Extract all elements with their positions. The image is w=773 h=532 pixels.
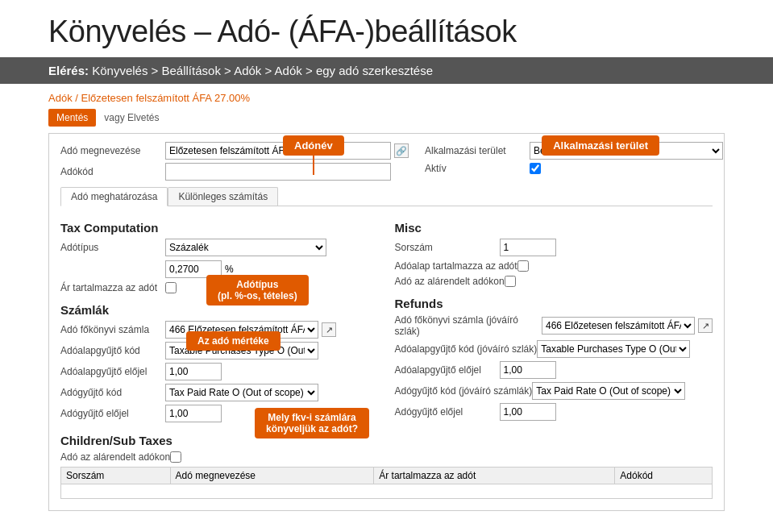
alkalmazasi-terulet-select[interactable]: Beszerzés — [530, 142, 723, 160]
adoalapgyujto-elojel-label: Adóalapgyűjtő előjel — [60, 366, 165, 377]
adoalapgyujto-elojel-input[interactable] — [165, 363, 222, 380]
refunds-adogyujto-elojel-label: Adógyűjtő előjel — [395, 406, 500, 418]
ado-megnevezes-input[interactable] — [165, 142, 391, 160]
sorszam-input[interactable] — [500, 239, 556, 256]
adokod-input[interactable] — [165, 163, 391, 181]
tab-ado-meghatározása[interactable]: Adó meghatározása — [60, 187, 168, 206]
adoalrendelt-checkbox[interactable] — [170, 451, 181, 463]
children-empty-row — [61, 484, 713, 499]
adomertek-unit: % — [225, 264, 234, 275]
adomertek-input[interactable] — [165, 260, 222, 278]
refunds-adogyujto-elojel-input[interactable] — [500, 403, 556, 421]
adoalap-alrendelt-checkbox[interactable] — [505, 276, 516, 287]
alkalmazasi-terulet-label: Alkalmazási terület — [425, 145, 530, 156]
children-title: Children/Sub Taxes — [60, 434, 713, 447]
adogyujto-elojel-input[interactable] — [165, 405, 222, 422]
save-button[interactable]: Mentés — [48, 109, 96, 127]
breadcrumb-bar: Elérés: Könyvelés > Beállítások > Adók >… — [0, 57, 773, 84]
adotipus-select[interactable]: Százalék Tételes — [165, 239, 326, 256]
adogyujto-elojel-label: Adógyűjtő előjel — [60, 408, 165, 419]
ado-megnevezes-label: Adó megnevezése — [60, 145, 165, 156]
aktiv-checkbox[interactable] — [530, 163, 541, 174]
fo-konyvi-szamla-link-icon[interactable]: ↗ — [322, 322, 336, 337]
adokod-label: Adókód — [60, 166, 165, 177]
fo-konyvi-szamla-select[interactable]: 466 Előzetesen felszámított ÁFA — [165, 321, 318, 339]
szamlak-title: Számlák — [60, 303, 379, 317]
adotipus-label: Adótípus — [60, 242, 165, 253]
children-col-ar: Ár tartalmazza az adót — [374, 468, 615, 484]
aktiv-label: Aktív — [425, 163, 530, 174]
adoalap-tartalmazza-label: Adóalap tartalmazza az adót — [395, 260, 517, 272]
breadcrumb-path: Könyvelés > Beállítások > Adók > Adók > … — [92, 64, 433, 77]
refunds-fo-konyvi-link-icon[interactable]: ↗ — [698, 318, 713, 333]
adogyujto-kod-select[interactable]: Tax Paid Rate O (Out of scope) — [165, 384, 318, 401]
refunds-adoalapgyujto-elojel-label: Adóalapgyűjtő előjel — [395, 364, 500, 376]
tab-különleges-számítás[interactable]: Különleges számítás — [168, 187, 278, 206]
form-path: Adók / Előzetesen felszámított ÁFA 27.00… — [48, 92, 725, 104]
ado-megnevezes-link-icon[interactable]: 🔗 — [394, 143, 409, 158]
adoalapgyujto-kod-select[interactable]: Taxable Purchases Type O (Out of scope) — [165, 342, 318, 360]
adoalap-alrendelt-label: Adó az alárendelt adókon — [395, 276, 505, 287]
tax-computation-title: Tax Computation — [60, 221, 379, 235]
refunds-adoalapgyujto-kod-label: Adóalapgyűjtő kód (jóváíró szlák) — [395, 343, 538, 355]
children-col-adokod: Adókód — [615, 468, 713, 484]
refunds-fo-konyvi-szamla-select[interactable]: 466 Előzetesen felszámított ÁFA — [542, 317, 695, 335]
refunds-fo-konyvi-szamla-label: Adó főkönyvi számla (jóváíró szlák) — [395, 314, 542, 337]
refunds-adoalapgyujto-elojel-input[interactable] — [500, 361, 556, 379]
cancel-button[interactable]: vagy Elvetés — [99, 109, 164, 127]
page-title: Könyvelés – Adó- (ÁFA-)beállítások — [0, 0, 773, 57]
adoalap-tartalmazza-checkbox[interactable] — [517, 260, 529, 272]
children-col-sorszam: Sorszám — [61, 468, 171, 484]
children-table: Sorszám Adó megnevezése Ár tartalmazza a… — [60, 467, 713, 499]
ar-tartalmazza-checkbox[interactable] — [165, 282, 177, 293]
adoalapgyujto-kod-label: Adóalapgyűjtő kód — [60, 345, 165, 356]
adogyujto-kod-label: Adógyűjtő kód — [60, 387, 165, 398]
refunds-adogyujto-kod-select[interactable]: Tax Paid Rate O (Out of scope) — [532, 382, 685, 400]
adoalrendelt-label: Adó az alárendelt adókon — [60, 451, 170, 463]
ar-tartalmazza-label: Ár tartalmazza az adót — [60, 282, 165, 293]
breadcrumb-label: Elérés: — [48, 64, 89, 77]
sorszam-label: Sorszám — [395, 242, 500, 253]
fo-konyvi-szamla-label: Adó főkönyvi számla — [60, 324, 165, 335]
refunds-adoalapgyujto-kod-select[interactable]: Taxable Purchases Type O (Out of scope) — [537, 340, 690, 358]
children-col-megnevezes: Adó megnevezése — [170, 468, 374, 484]
misc-title: Misc — [395, 221, 713, 235]
refunds-adogyujto-kod-label: Adógyűjtő kód (jóváíró számlák) — [395, 385, 533, 397]
refunds-title: Refunds — [395, 297, 713, 310]
